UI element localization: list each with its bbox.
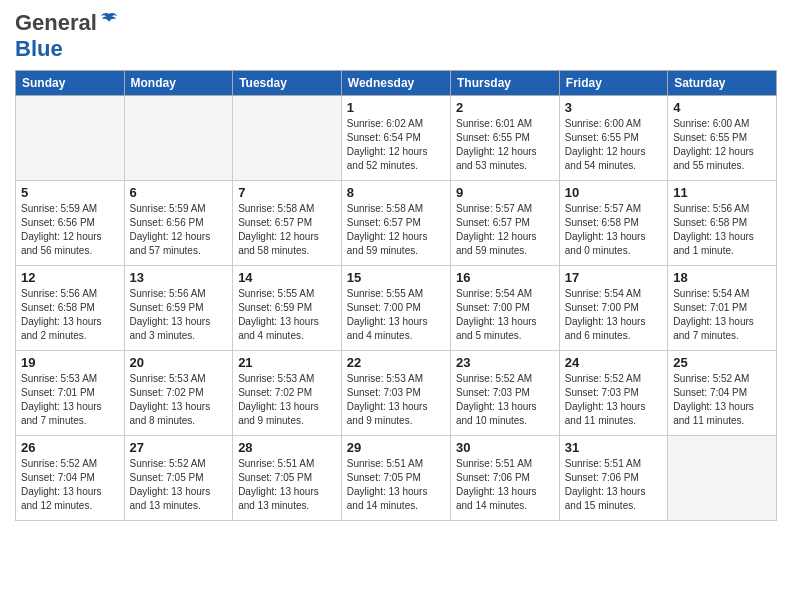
calendar-cell: 23Sunrise: 5:52 AM Sunset: 7:03 PM Dayli…	[450, 351, 559, 436]
day-number: 2	[456, 100, 554, 115]
day-info: Sunrise: 5:52 AM Sunset: 7:04 PM Dayligh…	[21, 457, 119, 513]
day-info: Sunrise: 5:55 AM Sunset: 6:59 PM Dayligh…	[238, 287, 336, 343]
calendar-cell: 5Sunrise: 5:59 AM Sunset: 6:56 PM Daylig…	[16, 181, 125, 266]
day-number: 1	[347, 100, 445, 115]
calendar-cell: 6Sunrise: 5:59 AM Sunset: 6:56 PM Daylig…	[124, 181, 233, 266]
day-info: Sunrise: 5:54 AM Sunset: 7:00 PM Dayligh…	[565, 287, 662, 343]
day-info: Sunrise: 5:57 AM Sunset: 6:58 PM Dayligh…	[565, 202, 662, 258]
day-number: 7	[238, 185, 336, 200]
day-info: Sunrise: 5:56 AM Sunset: 6:58 PM Dayligh…	[673, 202, 771, 258]
calendar-cell: 18Sunrise: 5:54 AM Sunset: 7:01 PM Dayli…	[668, 266, 777, 351]
calendar-cell: 11Sunrise: 5:56 AM Sunset: 6:58 PM Dayli…	[668, 181, 777, 266]
calendar-cell: 31Sunrise: 5:51 AM Sunset: 7:06 PM Dayli…	[559, 436, 667, 521]
day-info: Sunrise: 5:54 AM Sunset: 7:01 PM Dayligh…	[673, 287, 771, 343]
day-number: 30	[456, 440, 554, 455]
day-info: Sunrise: 5:53 AM Sunset: 7:03 PM Dayligh…	[347, 372, 445, 428]
calendar-cell: 28Sunrise: 5:51 AM Sunset: 7:05 PM Dayli…	[233, 436, 342, 521]
calendar-cell: 19Sunrise: 5:53 AM Sunset: 7:01 PM Dayli…	[16, 351, 125, 436]
day-info: Sunrise: 5:54 AM Sunset: 7:00 PM Dayligh…	[456, 287, 554, 343]
calendar-cell: 2Sunrise: 6:01 AM Sunset: 6:55 PM Daylig…	[450, 96, 559, 181]
day-info: Sunrise: 5:59 AM Sunset: 6:56 PM Dayligh…	[130, 202, 228, 258]
calendar-cell: 29Sunrise: 5:51 AM Sunset: 7:05 PM Dayli…	[341, 436, 450, 521]
logo-bird-icon	[99, 11, 119, 31]
day-number: 14	[238, 270, 336, 285]
weekday-header-wednesday: Wednesday	[341, 71, 450, 96]
calendar-week-3: 12Sunrise: 5:56 AM Sunset: 6:58 PM Dayli…	[16, 266, 777, 351]
day-number: 28	[238, 440, 336, 455]
calendar-cell: 1Sunrise: 6:02 AM Sunset: 6:54 PM Daylig…	[341, 96, 450, 181]
calendar-table: SundayMondayTuesdayWednesdayThursdayFrid…	[15, 70, 777, 521]
day-number: 31	[565, 440, 662, 455]
day-number: 19	[21, 355, 119, 370]
calendar-cell: 30Sunrise: 5:51 AM Sunset: 7:06 PM Dayli…	[450, 436, 559, 521]
day-info: Sunrise: 6:02 AM Sunset: 6:54 PM Dayligh…	[347, 117, 445, 173]
day-info: Sunrise: 5:53 AM Sunset: 7:02 PM Dayligh…	[238, 372, 336, 428]
calendar-cell: 7Sunrise: 5:58 AM Sunset: 6:57 PM Daylig…	[233, 181, 342, 266]
calendar-cell: 17Sunrise: 5:54 AM Sunset: 7:00 PM Dayli…	[559, 266, 667, 351]
day-info: Sunrise: 5:52 AM Sunset: 7:03 PM Dayligh…	[456, 372, 554, 428]
calendar-cell: 4Sunrise: 6:00 AM Sunset: 6:55 PM Daylig…	[668, 96, 777, 181]
calendar-cell: 26Sunrise: 5:52 AM Sunset: 7:04 PM Dayli…	[16, 436, 125, 521]
day-info: Sunrise: 5:59 AM Sunset: 6:56 PM Dayligh…	[21, 202, 119, 258]
calendar-cell: 22Sunrise: 5:53 AM Sunset: 7:03 PM Dayli…	[341, 351, 450, 436]
day-info: Sunrise: 5:56 AM Sunset: 6:58 PM Dayligh…	[21, 287, 119, 343]
weekday-header-tuesday: Tuesday	[233, 71, 342, 96]
calendar-cell: 15Sunrise: 5:55 AM Sunset: 7:00 PM Dayli…	[341, 266, 450, 351]
calendar-cell: 14Sunrise: 5:55 AM Sunset: 6:59 PM Dayli…	[233, 266, 342, 351]
day-number: 24	[565, 355, 662, 370]
calendar-cell: 12Sunrise: 5:56 AM Sunset: 6:58 PM Dayli…	[16, 266, 125, 351]
day-info: Sunrise: 5:55 AM Sunset: 7:00 PM Dayligh…	[347, 287, 445, 343]
calendar-cell: 8Sunrise: 5:58 AM Sunset: 6:57 PM Daylig…	[341, 181, 450, 266]
calendar-cell: 13Sunrise: 5:56 AM Sunset: 6:59 PM Dayli…	[124, 266, 233, 351]
logo-general-text: General	[15, 10, 97, 36]
page-header: General Blue	[15, 10, 777, 62]
weekday-header-saturday: Saturday	[668, 71, 777, 96]
weekday-header-friday: Friday	[559, 71, 667, 96]
calendar-week-4: 19Sunrise: 5:53 AM Sunset: 7:01 PM Dayli…	[16, 351, 777, 436]
day-number: 25	[673, 355, 771, 370]
day-info: Sunrise: 6:01 AM Sunset: 6:55 PM Dayligh…	[456, 117, 554, 173]
day-info: Sunrise: 5:51 AM Sunset: 7:05 PM Dayligh…	[238, 457, 336, 513]
day-info: Sunrise: 5:53 AM Sunset: 7:02 PM Dayligh…	[130, 372, 228, 428]
day-info: Sunrise: 5:53 AM Sunset: 7:01 PM Dayligh…	[21, 372, 119, 428]
day-number: 23	[456, 355, 554, 370]
day-number: 26	[21, 440, 119, 455]
day-info: Sunrise: 5:51 AM Sunset: 7:06 PM Dayligh…	[456, 457, 554, 513]
day-number: 17	[565, 270, 662, 285]
weekday-header-monday: Monday	[124, 71, 233, 96]
day-number: 6	[130, 185, 228, 200]
day-number: 4	[673, 100, 771, 115]
calendar-cell: 3Sunrise: 6:00 AM Sunset: 6:55 PM Daylig…	[559, 96, 667, 181]
calendar-cell: 27Sunrise: 5:52 AM Sunset: 7:05 PM Dayli…	[124, 436, 233, 521]
day-number: 22	[347, 355, 445, 370]
weekday-header-thursday: Thursday	[450, 71, 559, 96]
day-number: 27	[130, 440, 228, 455]
day-info: Sunrise: 5:52 AM Sunset: 7:05 PM Dayligh…	[130, 457, 228, 513]
day-info: Sunrise: 5:52 AM Sunset: 7:04 PM Dayligh…	[673, 372, 771, 428]
day-info: Sunrise: 5:58 AM Sunset: 6:57 PM Dayligh…	[347, 202, 445, 258]
day-number: 15	[347, 270, 445, 285]
day-number: 3	[565, 100, 662, 115]
weekday-header-sunday: Sunday	[16, 71, 125, 96]
calendar-cell: 20Sunrise: 5:53 AM Sunset: 7:02 PM Dayli…	[124, 351, 233, 436]
day-number: 29	[347, 440, 445, 455]
day-number: 12	[21, 270, 119, 285]
calendar-cell: 25Sunrise: 5:52 AM Sunset: 7:04 PM Dayli…	[668, 351, 777, 436]
day-number: 21	[238, 355, 336, 370]
calendar-cell: 10Sunrise: 5:57 AM Sunset: 6:58 PM Dayli…	[559, 181, 667, 266]
calendar-cell	[668, 436, 777, 521]
day-number: 5	[21, 185, 119, 200]
day-number: 8	[347, 185, 445, 200]
calendar-cell: 24Sunrise: 5:52 AM Sunset: 7:03 PM Dayli…	[559, 351, 667, 436]
day-info: Sunrise: 5:56 AM Sunset: 6:59 PM Dayligh…	[130, 287, 228, 343]
day-number: 20	[130, 355, 228, 370]
day-number: 9	[456, 185, 554, 200]
day-info: Sunrise: 5:57 AM Sunset: 6:57 PM Dayligh…	[456, 202, 554, 258]
day-info: Sunrise: 6:00 AM Sunset: 6:55 PM Dayligh…	[565, 117, 662, 173]
weekday-header-row: SundayMondayTuesdayWednesdayThursdayFrid…	[16, 71, 777, 96]
day-info: Sunrise: 5:52 AM Sunset: 7:03 PM Dayligh…	[565, 372, 662, 428]
day-number: 13	[130, 270, 228, 285]
day-number: 18	[673, 270, 771, 285]
calendar-cell	[233, 96, 342, 181]
day-info: Sunrise: 5:51 AM Sunset: 7:05 PM Dayligh…	[347, 457, 445, 513]
